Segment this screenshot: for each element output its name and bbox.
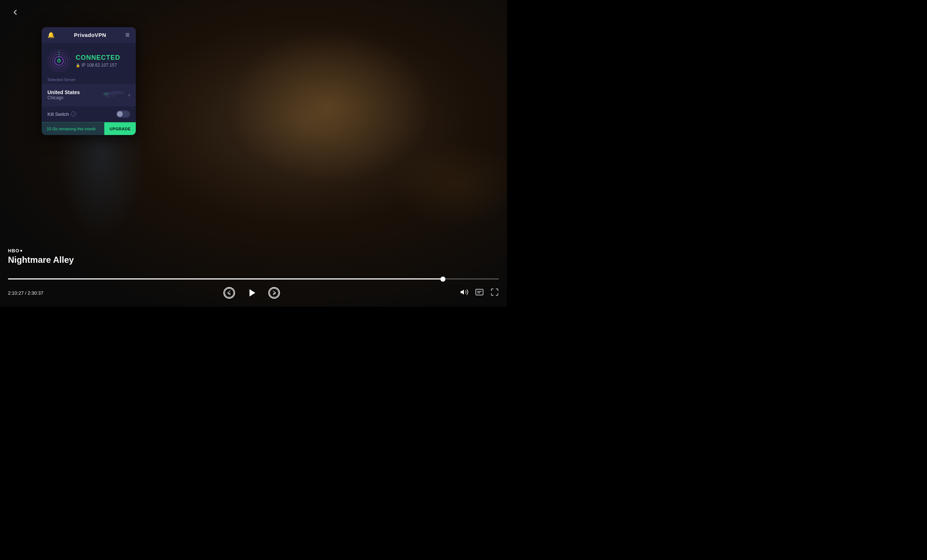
time-display: 2:10:27 / 2:30:37 xyxy=(8,290,44,296)
hbo-dot xyxy=(20,250,22,252)
progress-fill xyxy=(8,278,443,279)
radar-animation xyxy=(47,49,71,73)
progress-bar-container[interactable] xyxy=(8,278,499,279)
vpn-header: 🔔 PrivadoVPN ≡ xyxy=(42,27,136,43)
server-info: United States Chicago xyxy=(47,90,97,100)
upgrade-button[interactable]: UPGRADE xyxy=(104,122,136,135)
world-map-icon xyxy=(100,88,125,102)
progress-bar[interactable] xyxy=(8,278,499,279)
content-info: HBO Nightmare Alley xyxy=(8,248,74,265)
kill-switch-label: Kill Switch i xyxy=(47,111,76,117)
vpn-status-text: CONNECTED xyxy=(76,54,130,62)
kill-switch-toggle[interactable] xyxy=(116,111,130,118)
info-icon[interactable]: i xyxy=(71,111,76,117)
toggle-knob xyxy=(117,111,123,117)
vpn-ip-address: 🔒 IP 108.62.107.157 xyxy=(76,63,130,68)
svg-point-10 xyxy=(104,93,109,96)
vpn-status-info: CONNECTED 🔒 IP 108.62.107.157 xyxy=(76,54,130,68)
menu-icon[interactable]: ≡ xyxy=(125,31,130,39)
svg-rect-16 xyxy=(476,289,483,295)
vpn-footer: 10 Gb remaining this month UPGRADE xyxy=(42,122,136,135)
vpn-connected-area: CONNECTED 🔒 IP 108.62.107.157 xyxy=(42,43,136,77)
skip-back-button[interactable]: 15 xyxy=(223,287,235,299)
vpn-title: PrivadoVPN xyxy=(74,32,106,38)
lock-icon: 🔒 xyxy=(76,63,80,67)
svg-text:15: 15 xyxy=(228,292,230,294)
skip-forward-button[interactable]: 15 xyxy=(268,287,280,299)
volume-button[interactable] xyxy=(460,288,468,298)
server-city: Chicago xyxy=(47,95,97,100)
controls-bar: 2:10:27 / 2:30:37 15 15 xyxy=(8,286,499,299)
right-controls xyxy=(460,288,499,298)
remaining-data-text: 10 Gb remaining this month xyxy=(42,127,104,131)
vpn-widget: 🔔 PrivadoVPN ≡ CONNECTED xyxy=(42,27,136,135)
server-country: United States xyxy=(47,90,97,95)
server-chevron-icon: › xyxy=(128,92,130,98)
kill-switch-row: Kill Switch i xyxy=(42,106,136,122)
svg-text:15: 15 xyxy=(273,292,275,294)
hbo-text: HBO xyxy=(8,248,20,253)
fullscreen-button[interactable] xyxy=(490,288,499,298)
back-button[interactable] xyxy=(11,8,20,19)
server-row[interactable]: United States Chicago › xyxy=(42,84,136,106)
hbo-logo: HBO xyxy=(8,248,74,253)
subtitles-button[interactable] xyxy=(475,288,484,298)
play-button[interactable] xyxy=(245,286,258,299)
progress-thumb xyxy=(440,276,445,282)
selected-server-label: Selected Server xyxy=(42,77,136,84)
content-title: Nightmare Alley xyxy=(8,255,74,265)
center-controls: 15 15 xyxy=(44,286,460,299)
svg-marker-13 xyxy=(249,289,255,296)
bell-icon[interactable]: 🔔 xyxy=(47,32,55,38)
